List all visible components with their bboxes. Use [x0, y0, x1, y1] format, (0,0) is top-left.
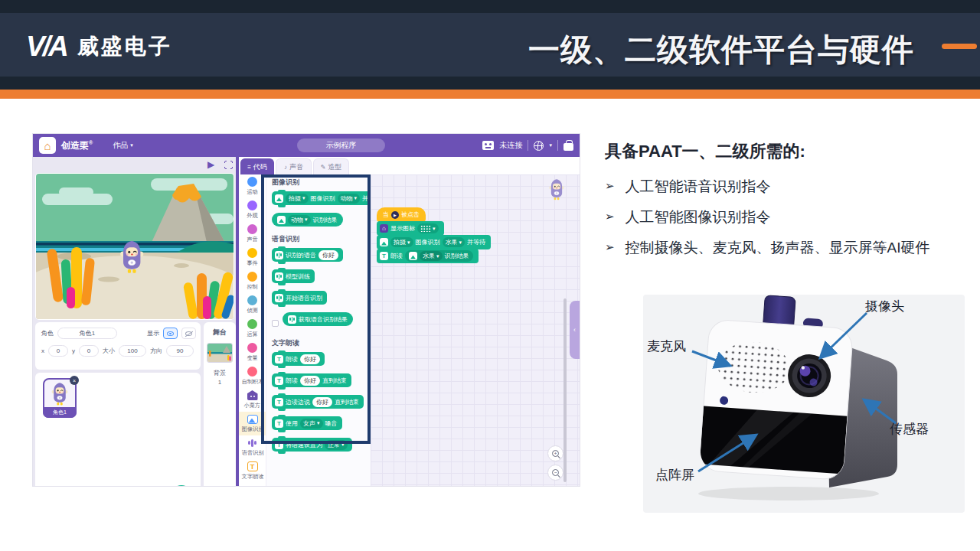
chevron-down-icon: ▾ [459, 240, 462, 246]
voice-block-icon [288, 315, 296, 324]
block-set-speech-rate[interactable]: T 将语速设置为 正常▾ [272, 438, 352, 452]
block-speak-result[interactable]: T 朗读 水果▾ 识别结果 [377, 249, 479, 263]
sprite-delete-badge[interactable]: × [70, 376, 79, 385]
add-sprite-button[interactable] [171, 485, 192, 486]
block-recognized-speech[interactable]: 识别的语音 你好 [272, 248, 343, 262]
chevron-down-icon: ▾ [302, 195, 305, 201]
app-brand: 创造栗® [61, 139, 93, 152]
tab-code[interactable]: ≡ 代码 [240, 158, 274, 174]
sprite-list: 角色1 × [35, 373, 201, 486]
header-top-strip [0, 0, 980, 13]
x-input[interactable]: 0 [48, 345, 68, 357]
palette-section-title: 图像识别 [272, 178, 371, 187]
size-input[interactable]: 100 [119, 345, 146, 357]
category-operators[interactable]: 运算 [239, 317, 266, 341]
y-input[interactable]: 0 [79, 345, 99, 357]
image-icon [247, 415, 258, 424]
stage-column: ▶ [33, 157, 236, 486]
sample-program-button[interactable]: 示例程序 [297, 139, 385, 152]
script-stack[interactable]: 当 ▶ 被点击 ⌂ 显示图标 ▾ 拍摄▾ 图像识别 水果▾ 并等待 T [377, 208, 491, 263]
block-speak[interactable]: T 朗读 你好 [272, 352, 325, 366]
block-use-voice[interactable]: T 使用 女声▾ 嗓音 [272, 416, 342, 430]
tts-block-icon: T [380, 252, 388, 260]
zoom-out-button[interactable]: − [547, 465, 564, 481]
size-label: 大小 [103, 347, 115, 355]
image-block-icon [409, 252, 417, 260]
text-input[interactable]: 你好 [312, 397, 332, 407]
fullscreen-icon[interactable] [224, 161, 233, 169]
nested-reporter[interactable]: 水果▾ 识别结果 [405, 250, 473, 262]
block-show-icon[interactable]: ⌂ 显示图标 ▾ [377, 221, 444, 236]
category-motion[interactable]: 运动 [239, 174, 266, 198]
tab-costume[interactable]: ✎ 造型 [313, 158, 349, 174]
sprite-name-input[interactable]: 角色1 [57, 328, 117, 339]
house-block-icon [247, 390, 258, 400]
bullet-item: ➢ 控制摄像头、麦克风、扬声器、显示屏等AI硬件 [605, 238, 930, 258]
category-xiaolifang[interactable]: 小栗方 [239, 388, 266, 412]
chevron-down-icon: ▾ [407, 240, 410, 246]
tts-block-icon: T [275, 355, 283, 364]
menu-work[interactable]: 作品▾ [113, 140, 133, 151]
app-topbar: ⌂ 创造栗® 作品▾ 示例程序 未连接 ▾ [33, 134, 580, 157]
hide-sprite-button[interactable] [181, 328, 196, 339]
vertical-scrollbar[interactable] [564, 298, 567, 482]
direction-input[interactable]: 90 [166, 345, 194, 357]
play-flag-icon: ▶ [391, 211, 399, 219]
category-control[interactable]: 控制 [239, 269, 266, 293]
chevron-down-icon: ▾ [130, 142, 133, 148]
voice-block-icon [275, 294, 283, 302]
sprite-label: 角色 [41, 329, 54, 337]
accent-bar [0, 90, 980, 99]
image-block-icon [380, 238, 388, 246]
category-sensing[interactable]: 侦测 [239, 293, 266, 317]
tts-block-icon: T [275, 419, 283, 428]
voice-icon [247, 438, 258, 448]
category-myblocks[interactable]: 自制积木 [239, 364, 266, 388]
collapse-panel-handle[interactable]: ‹ [570, 301, 580, 359]
block-read-and-speak[interactable]: T 边读边说 你好 直到结束 [272, 395, 364, 409]
show-sprite-button[interactable] [163, 328, 178, 339]
category-events[interactable]: 事件 [239, 246, 266, 269]
stage-panel-title: 舞台 [204, 328, 236, 337]
block-speak-until-done[interactable]: T 朗读 你好 直到结束 [272, 373, 351, 387]
app-logo[interactable]: ⌂ [39, 137, 56, 154]
block-capture-recognize-wait[interactable]: 拍摄▾ 图像识别 动物▾ 并等待 [272, 191, 385, 205]
block-start-speech-recognition[interactable]: 开始语音识别 [272, 291, 327, 305]
category-variables[interactable]: 变量 [239, 341, 266, 364]
stage-panel[interactable]: 舞台 背景 1 [204, 322, 236, 486]
block-recognition-result[interactable]: 动物▾ 识别结果 [272, 213, 343, 227]
sprite-card[interactable]: 角色1 × [43, 378, 77, 418]
stage-controls: ▶ [33, 157, 236, 174]
category-looks[interactable]: 外观 [239, 198, 266, 222]
palette-section-title: 文字朗读 [272, 338, 371, 347]
block-when-clicked[interactable]: 当 ▶ 被点击 [377, 207, 426, 222]
block-capture-recognize-wait[interactable]: 拍摄▾ 图像识别 水果▾ 并等待 [377, 235, 491, 249]
category-sound[interactable]: 声音 [239, 222, 266, 246]
palette-section-title: 语音识别 [272, 234, 371, 243]
via-logo-mark: V/A [26, 31, 67, 63]
bullet-marker-icon: ➢ [605, 240, 615, 254]
backdrop-count: 1 [204, 379, 236, 386]
script-workspace[interactable]: 当 ▶ 被点击 ⌂ 显示图标 ▾ 拍摄▾ 图像识别 水果▾ 并等待 T [371, 174, 580, 486]
sensor-label: 传感器 [890, 420, 929, 438]
chevron-down-icon: ▾ [317, 420, 320, 426]
category-speech-recognition[interactable]: 语音识别 [239, 435, 266, 459]
text-input[interactable]: 你好 [318, 250, 338, 260]
language-globe-icon[interactable] [534, 141, 544, 151]
chevron-down-icon: ▾ [549, 142, 552, 148]
connection-status[interactable]: 未连接 [499, 140, 522, 151]
category-text-to-speech[interactable]: T文字朗读 [239, 459, 266, 483]
chevron-down-icon: ▾ [354, 195, 358, 201]
y-label: y [72, 347, 75, 354]
block-get-speech-result[interactable]: 获取语音识别结果 [283, 312, 353, 326]
category-image-recognition[interactable]: 图像识别 [239, 412, 266, 435]
tab-sound[interactable]: ♪ 声音 [276, 158, 312, 174]
monitor-checkbox[interactable] [272, 320, 279, 327]
text-input[interactable]: 你好 [300, 354, 320, 364]
backpack-icon[interactable] [564, 143, 573, 151]
play-button[interactable]: ▶ [207, 159, 214, 170]
stage-canvas[interactable] [36, 174, 234, 319]
block-model-training[interactable]: 模型训练 [272, 269, 315, 283]
text-input[interactable]: 你好 [300, 376, 320, 386]
zoom-in-button[interactable]: + [547, 445, 564, 461]
